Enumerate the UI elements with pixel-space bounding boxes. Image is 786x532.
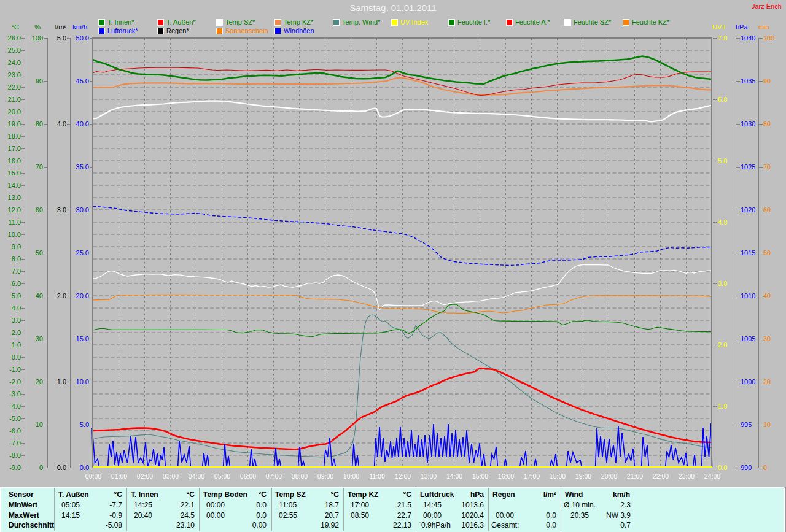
svg-text:03:00: 03:00	[163, 472, 179, 480]
svg-text:24:00: 24:00	[704, 472, 720, 480]
svg-text:30: 30	[763, 335, 771, 342]
svg-text:19:00: 19:00	[575, 472, 591, 480]
svg-text:15.0: 15.0	[76, 335, 89, 342]
svg-text:60: 60	[36, 206, 43, 214]
svg-text:20:00: 20:00	[601, 472, 617, 480]
svg-text:l/m²: l/m²	[55, 23, 67, 31]
svg-text:-7.0: -7.0	[9, 439, 21, 447]
svg-text:4.0: 4.0	[57, 120, 66, 128]
svg-text:7.0: 7.0	[718, 34, 727, 42]
svg-text:16.0: 16.0	[8, 157, 21, 164]
svg-text:23.0: 23.0	[8, 71, 21, 79]
svg-text:-6.0: -6.0	[9, 427, 21, 434]
svg-text:-4.0: -4.0	[9, 403, 21, 410]
svg-text:8.0: 8.0	[12, 255, 21, 263]
svg-text:1.0: 1.0	[12, 341, 21, 349]
svg-text:09:00: 09:00	[317, 472, 333, 480]
svg-text:1035: 1035	[741, 77, 755, 85]
svg-text:13.0: 13.0	[8, 194, 21, 201]
svg-text:2.0: 2.0	[718, 341, 727, 349]
svg-text:1030: 1030	[741, 120, 755, 128]
svg-text:0.0: 0.0	[718, 464, 727, 471]
svg-text:80: 80	[36, 120, 43, 128]
svg-text:15.0: 15.0	[8, 169, 21, 177]
svg-text:5.0: 5.0	[80, 421, 89, 428]
svg-text:40: 40	[36, 292, 43, 299]
svg-text:18.0: 18.0	[8, 133, 21, 140]
svg-text:10: 10	[36, 421, 43, 428]
svg-text:990: 990	[741, 464, 752, 471]
svg-text:6.0: 6.0	[718, 96, 727, 103]
svg-text:06:00: 06:00	[240, 472, 256, 480]
svg-text:0.0: 0.0	[80, 464, 89, 471]
svg-text:4.0: 4.0	[12, 304, 21, 312]
svg-text:11:00: 11:00	[369, 472, 385, 480]
svg-text:08:00: 08:00	[292, 472, 308, 480]
svg-text:12.0: 12.0	[8, 206, 21, 214]
svg-text:%: %	[34, 23, 41, 31]
svg-text:90: 90	[763, 77, 771, 85]
svg-text:30: 30	[36, 335, 43, 342]
svg-text:hPa: hPa	[736, 23, 748, 31]
svg-text:5.0: 5.0	[57, 34, 66, 42]
svg-text:10.0: 10.0	[76, 378, 89, 385]
svg-text:30.0: 30.0	[76, 206, 89, 214]
svg-text:3.0: 3.0	[12, 317, 21, 324]
svg-text:1025: 1025	[741, 163, 755, 171]
svg-text:50: 50	[763, 249, 771, 256]
svg-text:12:00: 12:00	[395, 472, 411, 480]
svg-text:01:00: 01:00	[111, 472, 127, 480]
svg-text:15:00: 15:00	[472, 472, 488, 480]
svg-text:60: 60	[763, 206, 771, 214]
svg-text:16:00: 16:00	[498, 472, 514, 480]
svg-text:995: 995	[741, 421, 752, 428]
svg-text:10:00: 10:00	[343, 472, 359, 480]
svg-text:40: 40	[763, 292, 771, 299]
svg-text:90: 90	[36, 77, 43, 85]
svg-text:6.0: 6.0	[12, 280, 21, 287]
svg-text:50.0: 50.0	[76, 34, 89, 42]
svg-text:19.0: 19.0	[8, 120, 21, 128]
svg-text:km/h: km/h	[72, 23, 87, 31]
svg-text:10: 10	[763, 421, 771, 428]
svg-text:05:00: 05:00	[214, 472, 230, 480]
svg-text:-1.0: -1.0	[9, 366, 21, 373]
svg-text:26.0: 26.0	[8, 34, 21, 42]
svg-text:0: 0	[763, 464, 767, 471]
svg-text:5.0: 5.0	[12, 292, 21, 299]
svg-text:22:00: 22:00	[653, 472, 669, 480]
svg-text:25.0: 25.0	[76, 249, 89, 256]
svg-text:9.0: 9.0	[12, 243, 21, 250]
svg-text:24.0: 24.0	[8, 59, 21, 66]
svg-text:20: 20	[36, 378, 43, 385]
svg-text:4.0: 4.0	[718, 218, 727, 226]
svg-text:-2.0: -2.0	[9, 378, 21, 385]
svg-text:100: 100	[763, 34, 774, 42]
svg-text:3.0: 3.0	[718, 280, 727, 287]
svg-text:04:00: 04:00	[189, 472, 204, 480]
svg-text:07:00: 07:00	[266, 472, 282, 480]
svg-text:0.0: 0.0	[12, 353, 21, 361]
svg-text:14:00: 14:00	[446, 472, 462, 480]
svg-text:1.0: 1.0	[718, 403, 727, 410]
svg-text:0.0: 0.0	[57, 464, 66, 471]
svg-text:17.0: 17.0	[8, 145, 21, 152]
svg-text:80: 80	[763, 120, 771, 128]
svg-text:20.0: 20.0	[76, 292, 89, 299]
svg-text:13:00: 13:00	[421, 472, 437, 480]
svg-text:1.0: 1.0	[57, 378, 66, 385]
svg-text:40.0: 40.0	[76, 120, 89, 128]
svg-text:35.0: 35.0	[76, 163, 89, 171]
svg-text:min: min	[758, 23, 769, 31]
svg-text:-9.0: -9.0	[9, 464, 21, 471]
svg-text:23:00: 23:00	[679, 472, 695, 480]
svg-text:25.0: 25.0	[8, 47, 21, 54]
svg-text:18:00: 18:00	[550, 472, 566, 480]
svg-text:100: 100	[32, 34, 43, 42]
svg-text:20.0: 20.0	[8, 108, 21, 115]
svg-text:20: 20	[763, 378, 771, 385]
svg-text:1010: 1010	[741, 292, 755, 299]
svg-text:2.0: 2.0	[12, 329, 21, 336]
svg-text:70: 70	[763, 163, 771, 171]
svg-text:0: 0	[39, 464, 43, 471]
